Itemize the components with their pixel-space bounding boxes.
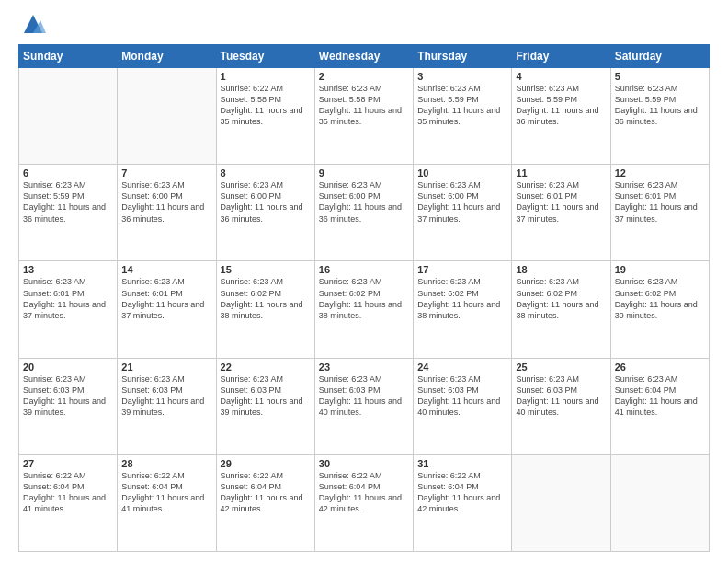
day-info: Sunrise: 6:23 AM Sunset: 6:03 PM Dayligh… xyxy=(516,373,606,419)
week-row-3: 13Sunrise: 6:23 AM Sunset: 6:01 PM Dayli… xyxy=(19,261,710,358)
day-number: 24 xyxy=(417,362,507,373)
day-cell-28: 28Sunrise: 6:22 AM Sunset: 6:04 PM Dayli… xyxy=(118,454,216,551)
day-number: 30 xyxy=(319,458,409,469)
day-number: 21 xyxy=(121,362,211,373)
calendar-header-thursday: Thursday xyxy=(414,45,512,68)
day-info: Sunrise: 6:23 AM Sunset: 6:00 PM Dayligh… xyxy=(319,179,409,224)
day-cell-24: 24Sunrise: 6:23 AM Sunset: 6:03 PM Dayli… xyxy=(414,358,512,454)
day-number: 20 xyxy=(23,362,113,373)
day-info: Sunrise: 6:23 AM Sunset: 6:00 PM Dayligh… xyxy=(121,179,211,224)
day-number: 3 xyxy=(417,71,507,82)
day-number: 29 xyxy=(221,458,311,469)
day-cell-12: 12Sunrise: 6:23 AM Sunset: 6:01 PM Dayli… xyxy=(610,165,709,261)
day-info: Sunrise: 6:22 AM Sunset: 6:04 PM Dayligh… xyxy=(417,470,507,515)
day-number: 10 xyxy=(417,167,507,178)
day-number: 25 xyxy=(516,362,606,373)
day-cell-8: 8Sunrise: 6:23 AM Sunset: 6:00 PM Daylig… xyxy=(216,165,314,261)
day-number: 23 xyxy=(319,362,409,373)
day-info: Sunrise: 6:22 AM Sunset: 6:04 PM Dayligh… xyxy=(121,470,211,515)
day-info: Sunrise: 6:23 AM Sunset: 6:02 PM Dayligh… xyxy=(319,276,409,321)
day-number: 5 xyxy=(615,71,705,82)
day-number: 22 xyxy=(221,362,311,373)
day-cell-21: 21Sunrise: 6:23 AM Sunset: 6:03 PM Dayli… xyxy=(118,358,216,454)
empty-cell xyxy=(512,454,610,551)
empty-cell xyxy=(118,68,216,165)
day-number: 12 xyxy=(615,167,705,178)
logo xyxy=(18,15,46,37)
empty-cell xyxy=(610,454,709,551)
week-row-4: 20Sunrise: 6:23 AM Sunset: 6:03 PM Dayli… xyxy=(19,358,710,454)
day-info: Sunrise: 6:23 AM Sunset: 6:03 PM Dayligh… xyxy=(417,373,507,419)
day-number: 9 xyxy=(319,167,409,178)
day-cell-3: 3Sunrise: 6:23 AM Sunset: 5:59 PM Daylig… xyxy=(414,68,512,165)
day-info: Sunrise: 6:23 AM Sunset: 6:02 PM Dayligh… xyxy=(615,276,705,321)
day-info: Sunrise: 6:23 AM Sunset: 6:01 PM Dayligh… xyxy=(516,179,606,224)
day-cell-15: 15Sunrise: 6:23 AM Sunset: 6:02 PM Dayli… xyxy=(216,261,314,358)
day-cell-20: 20Sunrise: 6:23 AM Sunset: 6:03 PM Dayli… xyxy=(19,358,118,454)
day-info: Sunrise: 6:23 AM Sunset: 6:02 PM Dayligh… xyxy=(417,276,507,321)
week-row-2: 6Sunrise: 6:23 AM Sunset: 5:59 PM Daylig… xyxy=(19,165,710,261)
logo-icon xyxy=(20,11,46,37)
page: SundayMondayTuesdayWednesdayThursdayFrid… xyxy=(0,0,728,563)
day-info: Sunrise: 6:23 AM Sunset: 6:03 PM Dayligh… xyxy=(221,373,311,419)
day-cell-14: 14Sunrise: 6:23 AM Sunset: 6:01 PM Dayli… xyxy=(118,261,216,358)
day-info: Sunrise: 6:22 AM Sunset: 6:04 PM Dayligh… xyxy=(23,470,113,515)
day-number: 16 xyxy=(319,264,409,275)
day-info: Sunrise: 6:23 AM Sunset: 6:01 PM Dayligh… xyxy=(615,179,705,224)
header xyxy=(18,15,710,37)
empty-cell xyxy=(19,68,118,165)
day-number: 2 xyxy=(319,71,409,82)
day-info: Sunrise: 6:23 AM Sunset: 5:59 PM Dayligh… xyxy=(615,83,705,128)
day-info: Sunrise: 6:23 AM Sunset: 6:00 PM Dayligh… xyxy=(417,179,507,224)
day-info: Sunrise: 6:23 AM Sunset: 6:03 PM Dayligh… xyxy=(319,373,409,419)
calendar-header-row: SundayMondayTuesdayWednesdayThursdayFrid… xyxy=(19,45,710,68)
day-number: 26 xyxy=(615,362,705,373)
day-number: 14 xyxy=(121,264,211,275)
day-cell-29: 29Sunrise: 6:22 AM Sunset: 6:04 PM Dayli… xyxy=(216,454,314,551)
day-number: 7 xyxy=(121,167,211,178)
day-cell-22: 22Sunrise: 6:23 AM Sunset: 6:03 PM Dayli… xyxy=(216,358,314,454)
day-cell-5: 5Sunrise: 6:23 AM Sunset: 5:59 PM Daylig… xyxy=(610,68,709,165)
day-number: 11 xyxy=(516,167,606,178)
day-number: 4 xyxy=(516,71,606,82)
day-number: 27 xyxy=(23,458,113,469)
day-info: Sunrise: 6:23 AM Sunset: 6:01 PM Dayligh… xyxy=(121,276,211,321)
day-info: Sunrise: 6:23 AM Sunset: 6:01 PM Dayligh… xyxy=(23,276,113,321)
day-info: Sunrise: 6:22 AM Sunset: 6:04 PM Dayligh… xyxy=(319,470,409,515)
day-cell-16: 16Sunrise: 6:23 AM Sunset: 6:02 PM Dayli… xyxy=(314,261,413,358)
day-number: 17 xyxy=(417,264,507,275)
calendar-header-friday: Friday xyxy=(512,45,610,68)
day-cell-17: 17Sunrise: 6:23 AM Sunset: 6:02 PM Dayli… xyxy=(414,261,512,358)
day-cell-19: 19Sunrise: 6:23 AM Sunset: 6:02 PM Dayli… xyxy=(610,261,709,358)
day-cell-27: 27Sunrise: 6:22 AM Sunset: 6:04 PM Dayli… xyxy=(19,454,118,551)
calendar-table: SundayMondayTuesdayWednesdayThursdayFrid… xyxy=(18,44,710,552)
calendar-header-saturday: Saturday xyxy=(610,45,709,68)
day-number: 1 xyxy=(221,71,311,82)
day-info: Sunrise: 6:23 AM Sunset: 5:59 PM Dayligh… xyxy=(23,179,113,224)
day-cell-1: 1Sunrise: 6:22 AM Sunset: 5:58 PM Daylig… xyxy=(216,68,314,165)
day-number: 28 xyxy=(121,458,211,469)
day-info: Sunrise: 6:23 AM Sunset: 5:59 PM Dayligh… xyxy=(516,83,606,128)
calendar-header-wednesday: Wednesday xyxy=(314,45,413,68)
day-cell-31: 31Sunrise: 6:22 AM Sunset: 6:04 PM Dayli… xyxy=(414,454,512,551)
day-cell-23: 23Sunrise: 6:23 AM Sunset: 6:03 PM Dayli… xyxy=(314,358,413,454)
day-info: Sunrise: 6:23 AM Sunset: 6:03 PM Dayligh… xyxy=(121,373,211,419)
day-cell-26: 26Sunrise: 6:23 AM Sunset: 6:04 PM Dayli… xyxy=(610,358,709,454)
calendar-header-monday: Monday xyxy=(118,45,216,68)
day-cell-2: 2Sunrise: 6:23 AM Sunset: 5:58 PM Daylig… xyxy=(314,68,413,165)
day-number: 8 xyxy=(221,167,311,178)
day-info: Sunrise: 6:23 AM Sunset: 6:02 PM Dayligh… xyxy=(516,276,606,321)
day-info: Sunrise: 6:22 AM Sunset: 5:58 PM Dayligh… xyxy=(221,83,311,128)
day-cell-6: 6Sunrise: 6:23 AM Sunset: 5:59 PM Daylig… xyxy=(19,165,118,261)
day-cell-7: 7Sunrise: 6:23 AM Sunset: 6:00 PM Daylig… xyxy=(118,165,216,261)
day-info: Sunrise: 6:23 AM Sunset: 6:00 PM Dayligh… xyxy=(221,179,311,224)
day-info: Sunrise: 6:23 AM Sunset: 5:59 PM Dayligh… xyxy=(417,83,507,128)
day-cell-18: 18Sunrise: 6:23 AM Sunset: 6:02 PM Dayli… xyxy=(512,261,610,358)
day-number: 18 xyxy=(516,264,606,275)
day-cell-10: 10Sunrise: 6:23 AM Sunset: 6:00 PM Dayli… xyxy=(414,165,512,261)
day-info: Sunrise: 6:22 AM Sunset: 6:04 PM Dayligh… xyxy=(221,470,311,515)
day-info: Sunrise: 6:23 AM Sunset: 6:04 PM Dayligh… xyxy=(615,373,705,419)
calendar-header-sunday: Sunday xyxy=(19,45,118,68)
day-info: Sunrise: 6:23 AM Sunset: 5:58 PM Dayligh… xyxy=(319,83,409,128)
day-cell-11: 11Sunrise: 6:23 AM Sunset: 6:01 PM Dayli… xyxy=(512,165,610,261)
